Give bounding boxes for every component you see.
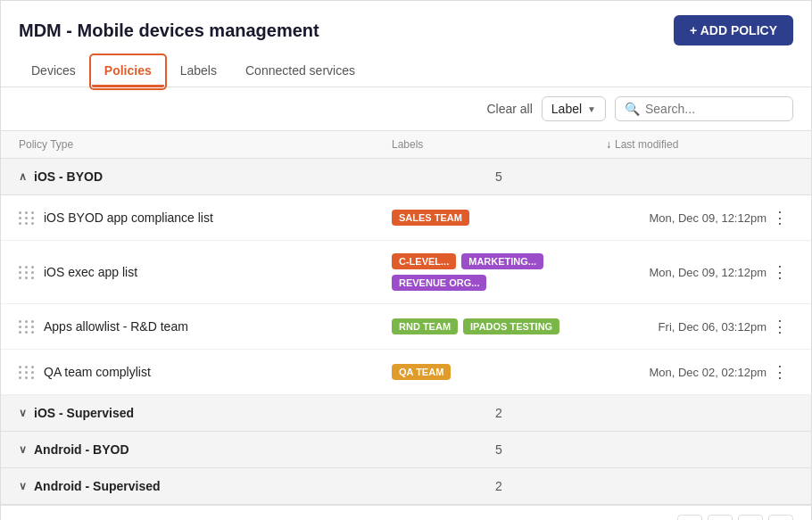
toolbar: Clear all Label ▼ 🔍	[1, 87, 811, 131]
group-count: 5	[392, 442, 606, 457]
drag-handle[interactable]	[19, 366, 35, 379]
table-header: Policy Type Labels ↓ Last modified	[1, 131, 811, 159]
row-left: iOS exec app list	[19, 265, 392, 279]
chevron-icon: ∨	[19, 407, 27, 419]
group-count: 2	[392, 479, 606, 493]
table-body: ∧ iOS - BYOD 5 iOS BYOD app compliance l…	[1, 159, 811, 505]
tab-labels[interactable]: Labels	[168, 56, 229, 87]
group-title: ∧ iOS - BYOD	[19, 169, 392, 184]
first-page-button[interactable]: ⟨|	[677, 515, 702, 520]
table-row: iOS exec app list C-LEVEL...MARKETING...…	[1, 241, 811, 304]
row-left: Apps allowlist - R&D team	[19, 319, 392, 334]
search-input[interactable]	[645, 102, 783, 116]
table-row: Apps allowlist - R&D team RND TEAMIPADOS…	[1, 304, 811, 350]
col-actions	[766, 138, 793, 151]
row-name: iOS exec app list	[44, 265, 137, 279]
group-row-android-supervised[interactable]: ∨ Android - Supervised 2	[1, 468, 811, 505]
group-name: Android - BYOD	[34, 442, 129, 457]
row-labels: SALES TEAM	[392, 210, 606, 226]
group-title: ∨ Android - BYOD	[19, 442, 392, 457]
row-date: Mon, Dec 09, 12:12pm	[606, 211, 766, 225]
drag-handle[interactable]	[19, 320, 35, 334]
col-last-modified: ↓ Last modified	[606, 138, 766, 151]
row-left: QA team complylist	[19, 365, 392, 379]
label-badge: RND TEAM	[392, 318, 458, 334]
label-badge: MARKETING...	[461, 253, 543, 269]
header: MDM - Mobile devices management + ADD PO…	[1, 1, 811, 87]
row-menu-button[interactable]: ⋮	[766, 208, 793, 227]
last-page-button[interactable]: ⟩|	[768, 515, 793, 520]
label-badge: C-LEVEL...	[392, 253, 456, 269]
search-box: 🔍	[615, 96, 793, 121]
group-row-ios-supervised[interactable]: ∨ iOS - Supervised 2	[1, 395, 811, 432]
row-menu-button[interactable]: ⋮	[766, 262, 793, 282]
group-count: 2	[392, 406, 606, 420]
table-row: iOS BYOD app compliance list SALES TEAM …	[1, 195, 811, 241]
table: Policy Type Labels ↓ Last modified ∧ iOS…	[1, 131, 811, 505]
row-labels: C-LEVEL...MARKETING...REVENUE ORG...	[392, 253, 606, 291]
header-top: MDM - Mobile devices management + ADD PO…	[19, 15, 793, 45]
tab-connected-services[interactable]: Connected services	[233, 56, 368, 87]
label-badge: SALES TEAM	[392, 210, 469, 226]
add-policy-button[interactable]: + ADD POLICY	[674, 15, 793, 45]
prev-page-button[interactable]: ‹	[708, 515, 733, 520]
sort-arrow-icon: ↓	[606, 138, 611, 151]
row-labels: RND TEAMIPADOS TESTING	[392, 318, 606, 334]
col-labels: Labels	[392, 138, 606, 151]
label-badge: REVENUE ORG...	[392, 275, 486, 291]
label-badge: IPADOS TESTING	[463, 318, 559, 334]
chevron-down-icon: ▼	[587, 104, 596, 114]
row-name: QA team complylist	[44, 365, 151, 379]
row-menu-button[interactable]: ⋮	[766, 317, 793, 336]
nav-tabs: DevicesPoliciesLabelsConnected services	[19, 56, 793, 87]
col-policy-type: Policy Type	[19, 138, 392, 151]
table-row: QA team complylist QA TEAM Mon, Dec 02, …	[1, 350, 811, 395]
label-badge: QA TEAM	[392, 364, 451, 380]
chevron-icon: ∧	[19, 170, 27, 183]
row-date: Mon, Dec 09, 12:12pm	[606, 266, 766, 279]
group-name: Android - Supervised	[34, 479, 161, 493]
row-date: Fri, Dec 06, 03:12pm	[606, 320, 766, 334]
app-container: MDM - Mobile devices management + ADD PO…	[0, 0, 812, 520]
row-menu-button[interactable]: ⋮	[766, 362, 793, 382]
row-labels: QA TEAM	[392, 364, 606, 380]
next-page-button[interactable]: ›	[738, 515, 763, 520]
chevron-icon: ∨	[19, 480, 27, 492]
label-filter-dropdown[interactable]: Label ▼	[542, 96, 606, 121]
tab-devices[interactable]: Devices	[19, 56, 88, 87]
group-row-android-byod[interactable]: ∨ Android - BYOD 5	[1, 432, 811, 468]
row-date: Mon, Dec 02, 02:12pm	[606, 366, 766, 379]
tab-policies[interactable]: Policies	[92, 56, 164, 87]
drag-handle[interactable]	[19, 211, 35, 225]
drag-handle[interactable]	[19, 266, 35, 279]
group-title: ∨ Android - Supervised	[19, 479, 392, 493]
row-name: iOS BYOD app compliance list	[44, 210, 213, 225]
group-title: ∨ iOS - Supervised	[19, 406, 392, 420]
group-count: 5	[392, 169, 606, 184]
pagination: 1-10 of 28 ⟨| ‹ › ⟩|	[1, 505, 811, 520]
row-left: iOS BYOD app compliance list	[19, 210, 392, 225]
page-title: MDM - Mobile devices management	[19, 21, 319, 41]
group-name: iOS - BYOD	[34, 169, 103, 184]
group-row-ios-byod[interactable]: ∧ iOS - BYOD 5	[1, 159, 811, 195]
row-name: Apps allowlist - R&D team	[44, 319, 188, 334]
search-icon: 🔍	[625, 102, 640, 116]
chevron-icon: ∨	[19, 443, 27, 456]
group-name: iOS - Supervised	[34, 406, 134, 420]
clear-all-button[interactable]: Clear all	[486, 102, 532, 116]
label-filter-label: Label	[551, 102, 582, 116]
